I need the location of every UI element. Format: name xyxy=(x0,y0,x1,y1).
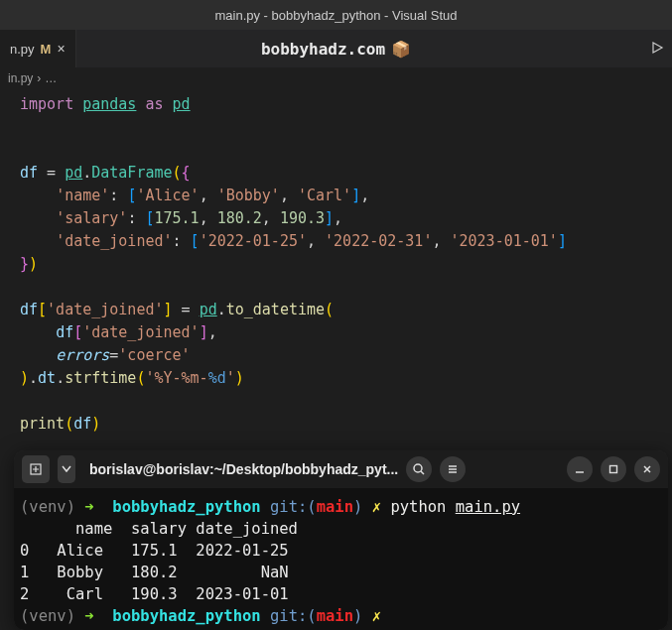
window-title-bar: main.py - bobbyhadz_python - Visual Stud xyxy=(0,0,672,30)
search-icon[interactable] xyxy=(406,456,432,482)
tab-modified-indicator: M xyxy=(41,42,52,57)
close-button[interactable] xyxy=(634,456,660,482)
terminal-output[interactable]: (venv) ➜ bobbyhadz_python git:(main) ✗ p… xyxy=(14,488,668,630)
table-row: 0 Alice 175.1 2022-01-25 xyxy=(20,540,662,562)
terminal-window: borislav@borislav:~/Desktop/bobbyhadz_py… xyxy=(14,450,668,630)
svg-point-1 xyxy=(414,464,422,472)
tab-filename: n.py xyxy=(10,42,35,57)
breadcrumb[interactable]: in.py › … xyxy=(0,67,672,89)
run-icon[interactable] xyxy=(650,40,664,59)
maximize-button[interactable] xyxy=(601,456,626,482)
chevron-right-icon: › xyxy=(37,71,41,85)
table-row: 2 Carl 190.3 2023-01-01 xyxy=(20,583,662,605)
dropdown-button[interactable] xyxy=(58,455,75,483)
svg-rect-2 xyxy=(610,466,617,473)
breadcrumb-more: … xyxy=(45,71,57,85)
menu-icon[interactable] xyxy=(440,456,466,482)
editor-content[interactable]: import pandas as pd df = pd.DataFrame({ … xyxy=(0,89,672,440)
brand-overlay: bobbyhadz.com 📦 xyxy=(261,40,411,59)
table-row: 1 Bobby 180.2 NaN xyxy=(20,562,662,583)
editor-tab[interactable]: n.py M × xyxy=(0,30,76,67)
terminal-title: borislav@borislav:~/Desktop/bobbyhadz_py… xyxy=(83,461,398,477)
table-header: name salary date_joined xyxy=(20,518,662,540)
minimize-button[interactable] xyxy=(567,456,593,482)
breadcrumb-file: in.py xyxy=(8,71,33,85)
new-tab-button[interactable] xyxy=(22,455,50,483)
brand-text: bobbyhadz.com xyxy=(261,40,385,59)
window-title: main.py - bobbyhadz_python - Visual Stud xyxy=(214,8,457,23)
tab-bar: n.py M × bobbyhadz.com 📦 xyxy=(0,30,672,67)
terminal-title-bar: borislav@borislav:~/Desktop/bobbyhadz_py… xyxy=(14,450,668,488)
box-icon: 📦 xyxy=(391,40,411,59)
close-icon[interactable]: × xyxy=(57,41,65,57)
